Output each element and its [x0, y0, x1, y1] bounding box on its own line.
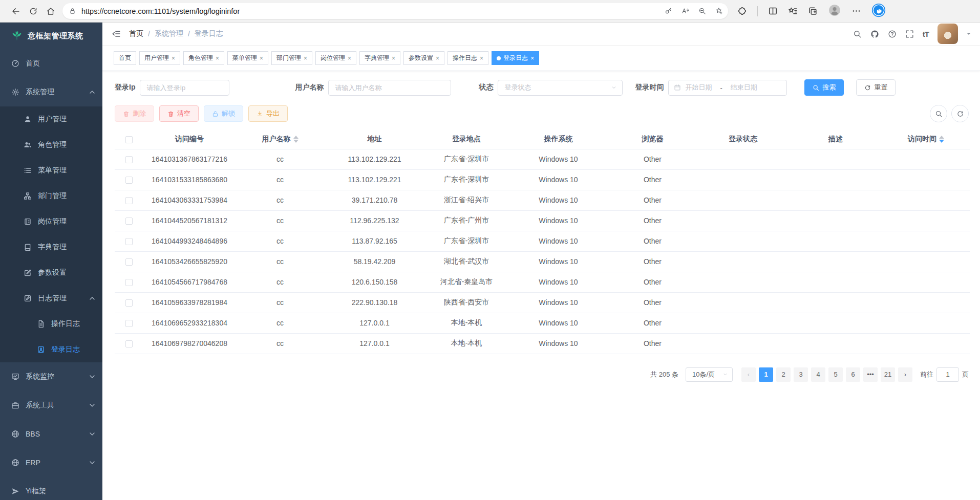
table-row[interactable]: 1641044520567181312cc112.96.225.132广东省-广… — [115, 210, 970, 231]
page-button-21[interactable]: 21 — [881, 367, 895, 382]
fullscreen-icon[interactable] — [905, 30, 914, 38]
tab-oper-log[interactable]: 操作日志× — [448, 51, 488, 65]
search-button[interactable]: 搜索 — [804, 79, 844, 96]
tab-dept-mgmt[interactable]: 部门管理× — [271, 51, 312, 65]
sort-icons[interactable] — [293, 136, 299, 143]
sidebar-item-user-mgmt[interactable]: 用户管理 — [0, 106, 102, 132]
github-icon[interactable] — [870, 30, 879, 38]
row-checkbox[interactable] — [125, 279, 133, 286]
search-icon[interactable] — [853, 30, 862, 38]
zoom-out-icon[interactable] — [698, 7, 706, 15]
sidebar-item-system-monitor[interactable]: 系统监控 — [0, 362, 102, 391]
caret-down-icon[interactable] — [967, 33, 971, 37]
select-all-checkbox[interactable] — [125, 136, 133, 143]
sidebar-item-system-mgmt[interactable]: 系统管理 — [0, 78, 102, 106]
tab-menu-mgmt[interactable]: 菜单管理× — [227, 51, 268, 65]
sidebar-item-log-mgmt[interactable]: 日志管理 — [0, 286, 102, 311]
close-icon[interactable]: × — [304, 55, 307, 61]
address-bar[interactable]: https://ccnetcore.com:1101/system/log/lo… — [62, 3, 728, 19]
more-pages-button[interactable]: ••• — [863, 367, 878, 382]
page-size-select[interactable]: 10条/页 — [686, 367, 733, 382]
login-ip-input[interactable] — [140, 80, 229, 96]
row-checkbox[interactable] — [125, 238, 133, 245]
sidebar-item-role-mgmt[interactable]: 角色管理 — [0, 132, 102, 158]
page-button-1[interactable]: 1 — [759, 367, 773, 382]
browser-back-button[interactable] — [7, 3, 25, 20]
tab-post-mgmt[interactable]: 岗位管理× — [315, 51, 356, 65]
sidebar-item-dept-mgmt[interactable]: 部门管理 — [0, 183, 102, 209]
table-row[interactable]: 1641043063331753984cc39.171.210.78浙江省-绍兴… — [115, 190, 970, 210]
sort-icons[interactable] — [939, 136, 944, 143]
tab-role-mgmt[interactable]: 角色管理× — [183, 51, 224, 65]
date-range-picker[interactable]: 开始日期 - 结束日期 — [668, 80, 787, 96]
add-favorite-icon[interactable] — [715, 7, 723, 15]
close-icon[interactable]: × — [530, 55, 534, 61]
status-select[interactable]: 登录状态 — [498, 80, 623, 96]
unlock-button[interactable]: 解锁 — [204, 105, 243, 122]
prev-page-button[interactable]: ‹ — [741, 367, 756, 382]
goto-page-input[interactable] — [936, 367, 959, 382]
read-aloud-icon[interactable] — [681, 7, 689, 15]
page-button-5[interactable]: 5 — [828, 367, 843, 382]
sidebar-item-system-tools[interactable]: 系统工具 — [0, 391, 102, 420]
sidebar-collapse-button[interactable] — [112, 29, 121, 38]
table-row[interactable]: 1641044993248464896cc113.87.92.165广东省-深圳… — [115, 231, 970, 251]
sidebar-item-yi-framework[interactable]: Yi框架 — [0, 477, 102, 500]
sidebar-item-menu-mgmt[interactable]: 菜单管理 — [0, 158, 102, 183]
user-name-input[interactable] — [328, 80, 451, 96]
url-text[interactable]: https://ccnetcore.com:1101/system/log/lo… — [81, 7, 665, 15]
next-page-button[interactable]: › — [898, 367, 912, 382]
table-row[interactable]: 1641059633978281984cc222.90.130.18陕西省-西安… — [115, 292, 970, 313]
close-icon[interactable]: × — [172, 55, 175, 61]
sidebar-item-login-log[interactable]: 登录日志 — [0, 337, 102, 362]
row-checkbox[interactable] — [125, 177, 133, 184]
tab-dict-mgmt[interactable]: 字典管理× — [359, 51, 400, 65]
close-icon[interactable]: × — [392, 55, 395, 61]
row-checkbox[interactable] — [125, 156, 133, 163]
user-avatar[interactable] — [938, 24, 958, 44]
table-row[interactable]: 1641054566717984768cc120.6.150.158河北省-秦皇… — [115, 272, 970, 292]
row-checkbox[interactable] — [125, 218, 133, 225]
row-checkbox[interactable] — [125, 258, 133, 266]
close-icon[interactable]: × — [436, 55, 439, 61]
delete-button[interactable]: 删除 — [115, 105, 154, 122]
table-row[interactable]: 1641069798270046208cc127.0.0.1本地-本机 Wind… — [115, 333, 970, 354]
sidebar-item-param-settings[interactable]: 参数设置 — [0, 260, 102, 286]
extensions-icon[interactable] — [737, 6, 747, 16]
browser-refresh-button[interactable] — [25, 3, 42, 20]
tab-login-log[interactable]: 登录日志× — [492, 51, 539, 65]
sidebar-item-oper-log[interactable]: 操作日志 — [0, 311, 102, 337]
start-date-placeholder[interactable]: 开始日期 — [685, 83, 712, 92]
breadcrumb-home[interactable]: 首页 — [129, 29, 143, 38]
page-button-3[interactable]: 3 — [794, 367, 808, 382]
row-checkbox[interactable] — [125, 299, 133, 307]
split-screen-icon[interactable] — [768, 6, 778, 16]
page-button-2[interactable]: 2 — [776, 367, 791, 382]
sidebar-item-home[interactable]: 首页 — [0, 49, 102, 78]
tab-param-settings[interactable]: 参数设置× — [403, 51, 444, 65]
browser-menu-dots-icon[interactable] — [851, 6, 861, 16]
help-icon[interactable] — [888, 30, 897, 38]
tab-home[interactable]: 首页 — [114, 51, 136, 65]
browser-home-button[interactable] — [42, 3, 59, 20]
clear-button[interactable]: 清空 — [159, 105, 199, 122]
table-row[interactable]: 1641053426655825920cc58.19.42.209湖北省-武汉市… — [115, 251, 970, 272]
page-button-6[interactable]: 6 — [846, 367, 860, 382]
table-row[interactable]: 1641069652933218304cc127.0.0.1本地-本机 Wind… — [115, 313, 970, 333]
export-button[interactable]: 导出 — [248, 105, 288, 122]
row-checkbox[interactable] — [125, 197, 133, 204]
close-icon[interactable]: × — [260, 55, 263, 61]
close-icon[interactable]: × — [216, 55, 219, 61]
refresh-table-button[interactable] — [951, 105, 969, 122]
row-checkbox[interactable] — [125, 340, 133, 347]
table-row[interactable]: 1641031367863177216cc113.102.129.221广东省-… — [115, 149, 970, 169]
close-icon[interactable]: × — [480, 55, 483, 61]
col-user-name[interactable]: 用户名称 — [236, 129, 325, 149]
font-size-icon[interactable]: tT — [923, 30, 929, 38]
sidebar-item-erp[interactable]: ERP — [0, 448, 102, 477]
favorites-icon[interactable] — [788, 6, 798, 16]
browser-profile-avatar[interactable] — [828, 4, 841, 19]
sidebar-item-bbs[interactable]: BBS — [0, 420, 102, 448]
reset-button[interactable]: 重置 — [856, 79, 896, 96]
table-row[interactable]: 1641031533185863680cc113.102.129.221广东省-… — [115, 169, 970, 190]
